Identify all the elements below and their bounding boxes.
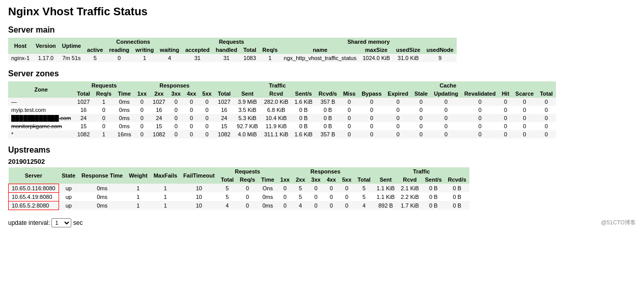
col-reading: reading	[106, 46, 132, 54]
col-up-traffic: Traffic	[374, 167, 469, 176]
col-sz-t-total: Total	[215, 90, 234, 98]
col-version: Version	[33, 38, 59, 54]
col-sz-miss: Miss	[340, 90, 358, 98]
table-row: nginx-11.17.07m 51s5014313110831ngx_http…	[8, 54, 457, 62]
upstreams-heading: Upstreams	[8, 146, 636, 155]
col-sz-bypass: Bypass	[358, 90, 384, 98]
update-interval-section: update interval: 1 2 5 10 sec	[8, 218, 82, 227]
col-sz-rcvdps: Rcvd/s	[316, 90, 340, 98]
col-up-r2xx: 2xx	[293, 176, 308, 184]
col-uptime: Uptime	[59, 38, 84, 54]
col-up-sent: Sent	[374, 176, 398, 184]
col-waiting: waiting	[157, 46, 182, 54]
col-maxsize: maxSize	[359, 46, 393, 54]
col-up-r5xx: 5xx	[339, 176, 354, 184]
col-up-r4xx: 4xx	[324, 176, 339, 184]
col-sz-responses: Responses	[134, 81, 215, 90]
col-up-rcvd: Rcvd	[398, 176, 422, 184]
page-title: Nginx Vhost Traffic Status	[8, 5, 636, 18]
col-zone: Zone	[8, 81, 74, 98]
col-connections: Connections	[84, 38, 182, 46]
col-up-r-total: Total	[354, 176, 373, 184]
col-up-req-reqps: Req/s	[237, 176, 258, 184]
col-handled: handled	[213, 46, 240, 54]
server-main-table: Host Version Uptime Connections Requests…	[8, 38, 457, 62]
col-up-server: Server	[9, 167, 59, 184]
col-sz-4xx: 4xx	[184, 90, 199, 98]
col-usedsize: usedSize	[393, 46, 424, 54]
col-sz-2xx: 2xx	[150, 90, 168, 98]
col-up-failtimeout: FailTimeout	[180, 167, 218, 184]
col-usednode: usedNode	[424, 46, 457, 54]
update-interval-unit: sec	[73, 219, 83, 226]
col-up-maxfails: MaxFails	[151, 167, 180, 184]
server-main-heading: Server main	[8, 25, 636, 35]
col-up-requests: Requests	[218, 167, 277, 176]
col-up-req-total: Total	[218, 176, 237, 184]
col-sz-requests: Requests	[74, 81, 134, 90]
col-sz-reqps: Req/s	[93, 90, 115, 98]
col-host: Host	[8, 38, 33, 54]
col-active: active	[84, 46, 106, 54]
col-up-resptime: Response Time	[78, 167, 126, 184]
col-total-req: Total	[240, 46, 259, 54]
col-sz-updating: Updating	[431, 90, 461, 98]
table-row: ████████████.com2400ms024000245.3 KiB10.…	[8, 114, 556, 122]
server-zones-table: Zone Requests Responses Traffic Cache To…	[8, 81, 556, 138]
col-sz-traffic: Traffic	[215, 81, 340, 90]
col-shared-memory: Shared memory	[281, 38, 457, 46]
table-row: 10.65.5.2:8080up0ms1110400ms040004892 B1…	[9, 201, 469, 210]
table-row: 10.65.0.116:8080up0ms111050Ons0500051.1 …	[9, 184, 469, 192]
update-interval-select[interactable]: 1 2 5 10	[51, 218, 71, 227]
col-sz-hit: Hit	[499, 90, 513, 98]
col-sz-total: Total	[74, 90, 93, 98]
col-sz-scarce: Scarce	[512, 90, 537, 98]
col-up-r1xx: 1xx	[277, 176, 293, 184]
col-sm-name: name	[281, 46, 359, 54]
col-up-rcvdps: Rcvd/s	[445, 176, 469, 184]
table-row: —102710ms0102700010273.9 MiB282.0 KiB1.6…	[8, 98, 556, 106]
col-sz-rcvd: Rcvd	[261, 90, 292, 98]
col-accepted: accepted	[182, 46, 213, 54]
table-row: monitorpkgame.com1500ms0150001592.7 KiB1…	[8, 122, 556, 130]
col-sz-revalidated: Revalidated	[461, 90, 499, 98]
col-sz-time: Time	[115, 90, 134, 98]
col-writing: writing	[132, 46, 157, 54]
col-sz-expired: Expired	[385, 90, 411, 98]
update-interval-label: update interval:	[8, 219, 50, 226]
footer: update interval: 1 2 5 10 sec @51CTO博客	[8, 218, 636, 227]
col-sz-3xx: 3xx	[169, 90, 184, 98]
upstream-group-name: 2019012502	[8, 158, 636, 165]
brand-label: @51CTO博客	[601, 219, 636, 226]
col-sz-sent: Sent	[234, 90, 261, 98]
server-zones-heading: Server zones	[8, 69, 636, 78]
table-row: 10.65.4.19:8080up0ms1110500ms0500051.1 K…	[9, 192, 469, 201]
col-sz-1xx: 1xx	[134, 90, 150, 98]
col-reqps: Req/s	[259, 46, 281, 54]
col-up-r3xx: 3xx	[308, 176, 323, 184]
upstreams-table: Server State Response Time Weight MaxFai…	[8, 167, 469, 210]
col-sz-5xx: 5xx	[199, 90, 214, 98]
col-sz-c-total: Total	[537, 90, 555, 98]
col-up-sentps: Sent/s	[422, 176, 445, 184]
col-requests: Requests	[182, 38, 281, 46]
col-sz-sentps: Sent/s	[291, 90, 315, 98]
col-up-weight: Weight	[126, 167, 150, 184]
col-up-req-time: Time	[258, 176, 277, 184]
col-up-responses: Responses	[277, 167, 374, 176]
col-sz-stale: Stale	[411, 90, 431, 98]
col-sz-cache: Cache	[340, 81, 556, 90]
table-row: *1082116ms0108200010824.0 MiB311.1 KiB1.…	[8, 130, 556, 138]
col-up-state: State	[59, 167, 78, 184]
table-row: myip.test.com1600ms016000163.5 KiB6.8 Ki…	[8, 106, 556, 114]
